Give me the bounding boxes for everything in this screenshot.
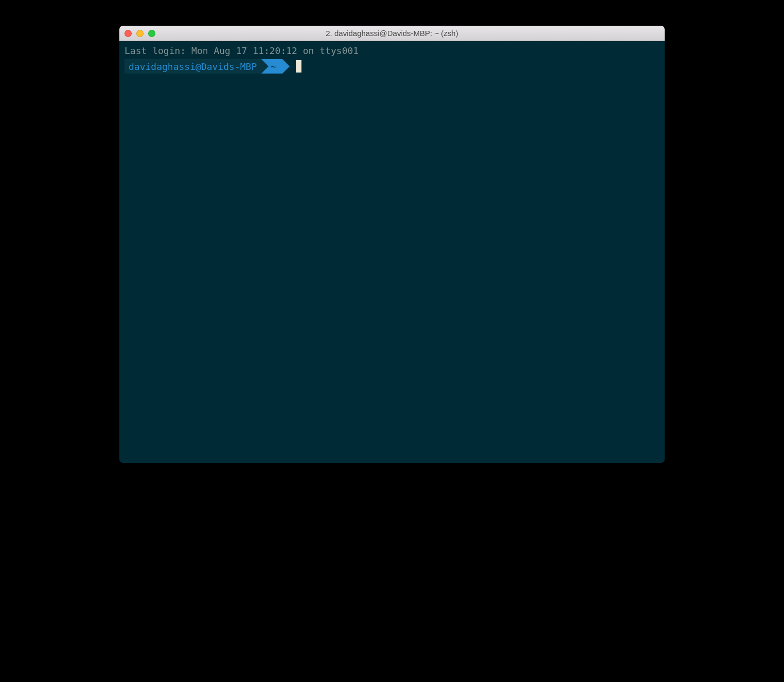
user-host-text: davidaghassi@Davids-MBP <box>129 60 257 73</box>
window-titlebar[interactable]: 2. davidaghassi@Davids-MBP: ~ (zsh) <box>119 26 665 41</box>
terminal-body[interactable]: Last login: Mon Aug 17 11:20:12 on ttys0… <box>119 41 665 463</box>
minimize-button[interactable] <box>136 30 144 37</box>
path-text: ~ <box>271 60 276 73</box>
last-login-text: Last login: Mon Aug 17 11:20:12 on ttys0… <box>124 44 660 57</box>
window-title: 2. davidaghassi@Davids-MBP: ~ (zsh) <box>119 29 665 38</box>
terminal-window: 2. davidaghassi@Davids-MBP: ~ (zsh) Last… <box>119 26 665 463</box>
close-button[interactable] <box>124 30 132 37</box>
prompt-user-host: davidaghassi@Davids-MBP <box>124 59 262 74</box>
prompt-line: davidaghassi@Davids-MBP ~ <box>124 59 660 74</box>
prompt-path: ~ <box>261 59 282 74</box>
zoom-button[interactable] <box>148 30 155 37</box>
cursor-icon <box>296 60 301 73</box>
traffic-lights <box>119 30 155 37</box>
